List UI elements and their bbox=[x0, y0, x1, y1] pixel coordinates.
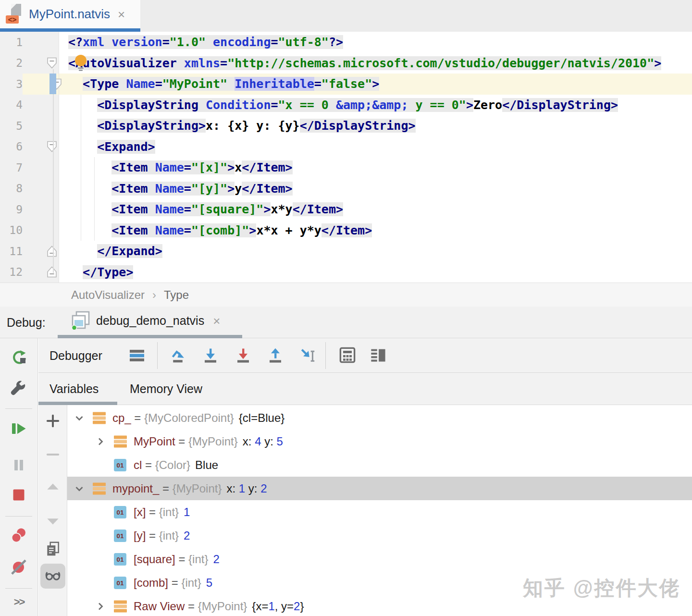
line-number[interactable]: 2 bbox=[0, 53, 23, 74]
fold-up-icon[interactable] bbox=[47, 266, 57, 278]
code-line[interactable]: 4 <DisplayString Condition="x == 0 &amp;… bbox=[0, 95, 692, 116]
line-number[interactable]: 10 bbox=[0, 220, 23, 241]
code-text[interactable]: <DisplayString>x: {x} y: {y}</DisplayStr… bbox=[59, 115, 692, 136]
line-number[interactable]: 5 bbox=[0, 115, 23, 136]
code-line[interactable]: 11 </Expand> bbox=[0, 241, 692, 262]
debug-session-tab[interactable]: debug_demo_natvis × bbox=[58, 307, 242, 338]
toolbar-separator bbox=[325, 342, 326, 369]
variable-row[interactable]: cp_ = {MyColoredPoint}{cl=Blue} bbox=[67, 406, 692, 430]
show-watches-toggle[interactable] bbox=[40, 564, 65, 589]
code-line[interactable]: 12 </Type> bbox=[0, 262, 692, 283]
pause-icon[interactable] bbox=[10, 456, 27, 474]
chevron-down-icon[interactable] bbox=[71, 482, 92, 495]
settings-wrench-icon[interactable] bbox=[10, 380, 27, 397]
line-number[interactable]: 7 bbox=[0, 157, 23, 178]
move-up-icon[interactable] bbox=[45, 479, 61, 495]
fold-down-icon[interactable] bbox=[47, 141, 57, 153]
code-text[interactable]: <Item Name="[comb]">x*x + y*y</Item> bbox=[59, 220, 692, 241]
line-number[interactable]: 4 bbox=[0, 95, 23, 116]
variable-row[interactable]: 01cl = {Color}Blue bbox=[67, 453, 692, 477]
variable-name: [y] bbox=[134, 529, 146, 542]
breadcrumb-item-autovisualizer[interactable]: AutoVisualizer bbox=[71, 288, 145, 302]
code-text[interactable]: <AutoVisualizer xmlns="http://schemas.mi… bbox=[59, 53, 692, 74]
variable-row[interactable]: MyPoint = {MyPoint}x: 4 y: 5 bbox=[67, 430, 692, 453]
variable-type: {MyPoint} bbox=[188, 435, 238, 448]
more-actions-icon[interactable]: >> bbox=[0, 596, 38, 608]
variable-value: x: bbox=[226, 482, 238, 495]
resume-icon[interactable] bbox=[10, 420, 27, 437]
stop-icon[interactable] bbox=[10, 486, 27, 504]
code-text[interactable]: </Type> bbox=[59, 262, 692, 283]
duplicate-watch-icon[interactable] bbox=[45, 541, 61, 557]
code-line[interactable]: 3 <Type Name="MyPoint" Inheritable="fals… bbox=[0, 74, 692, 95]
variable-row[interactable]: mypoint_ = {MyPoint}x: 1 y: 2 bbox=[67, 477, 692, 500]
equals-sign: = bbox=[168, 576, 181, 590]
variable-value: 1 bbox=[268, 600, 274, 613]
close-icon[interactable]: × bbox=[118, 8, 125, 21]
code-text[interactable]: <Type Name="MyPoint" Inheritable="false"… bbox=[59, 74, 692, 95]
code-line[interactable]: 5 <DisplayString>x: {x} y: {y}</DisplayS… bbox=[0, 115, 692, 136]
rerun-icon[interactable] bbox=[10, 349, 27, 366]
line-number[interactable]: 8 bbox=[0, 178, 23, 199]
tab-variables[interactable]: Variables bbox=[49, 373, 99, 405]
step-into-icon[interactable] bbox=[202, 346, 219, 364]
code-line[interactable]: 9 <Item Name="[square]">x*y</Item> bbox=[0, 199, 692, 220]
run-to-cursor-icon[interactable] bbox=[299, 346, 317, 364]
fold-down-icon[interactable] bbox=[47, 57, 57, 69]
line-number[interactable]: 1 bbox=[0, 32, 23, 53]
line-number[interactable]: 12 bbox=[0, 262, 23, 283]
natvis-file-icon: <> bbox=[5, 2, 23, 26]
primitive-value-icon: 01 bbox=[113, 553, 128, 566]
code-line[interactable]: 2<AutoVisualizer xmlns="http://schemas.m… bbox=[0, 53, 692, 74]
add-watch-icon[interactable] bbox=[45, 413, 61, 429]
code-text[interactable]: <Expand> bbox=[59, 136, 692, 158]
gutter-fold-area[interactable] bbox=[23, 32, 59, 53]
step-over-icon[interactable] bbox=[171, 346, 188, 364]
chevron-right-icon[interactable] bbox=[92, 600, 113, 613]
code-text[interactable]: <Item Name="[x]">x</Item> bbox=[59, 157, 692, 178]
equals-sign: = bbox=[175, 435, 188, 448]
fold-up-icon[interactable] bbox=[47, 245, 57, 257]
line-number[interactable]: 9 bbox=[0, 199, 23, 220]
tab-memory-view[interactable]: Memory View bbox=[130, 373, 202, 405]
mute-breakpoints-icon[interactable] bbox=[10, 558, 27, 576]
move-down-icon[interactable] bbox=[45, 513, 61, 529]
code-editor[interactable]: 1<?xml version="1.0" encoding="utf-8"?>2… bbox=[0, 32, 692, 283]
code-text[interactable]: <Item Name="[y]">y</Item> bbox=[59, 178, 692, 199]
line-number[interactable]: 6 bbox=[0, 136, 23, 158]
step-out-icon[interactable] bbox=[267, 346, 284, 364]
code-text[interactable]: <?xml version="1.0" encoding="utf-8"?> bbox=[59, 32, 692, 53]
force-step-into-icon[interactable] bbox=[235, 346, 252, 364]
struct-value-icon bbox=[92, 411, 107, 425]
variable-row[interactable]: 01[y] = {int}2 bbox=[67, 524, 692, 547]
variable-row[interactable]: 01[x] = {int}1 bbox=[67, 500, 692, 524]
intention-bulb-icon[interactable] bbox=[73, 54, 89, 74]
remove-watch-icon[interactable] bbox=[45, 446, 61, 463]
layout-settings-icon[interactable] bbox=[370, 346, 387, 364]
svg-text:01: 01 bbox=[116, 509, 124, 516]
code-line[interactable]: 8 <Item Name="[y]">y</Item> bbox=[0, 178, 692, 199]
line-number[interactable]: 11 bbox=[0, 241, 23, 262]
primitive-value-icon: 01 bbox=[113, 529, 128, 542]
code-line[interactable]: 10 <Item Name="[comb]">x*x + y*y</Item> bbox=[0, 220, 692, 241]
view-breakpoints-icon[interactable] bbox=[10, 527, 27, 544]
variable-row[interactable]: 01[square] = {int}2 bbox=[67, 547, 692, 571]
chevron-right-icon[interactable] bbox=[92, 435, 113, 448]
code-line[interactable]: 7 <Item Name="[x]">x</Item> bbox=[0, 157, 692, 178]
debug-toolwindow-header: Debug: debug_demo_natvis × bbox=[0, 307, 692, 338]
evaluate-expression-icon[interactable] bbox=[339, 346, 356, 364]
editor-tab[interactable]: <> MyPoint.natvis × bbox=[0, 0, 140, 32]
code-text[interactable]: </Expand> bbox=[59, 241, 692, 262]
show-execution-point-icon[interactable] bbox=[128, 346, 146, 364]
breadcrumb-separator: › bbox=[152, 288, 156, 302]
chevron-down-icon[interactable] bbox=[71, 412, 92, 424]
code-text[interactable]: <DisplayString Condition="x == 0 &amp;&a… bbox=[59, 95, 692, 116]
line-number[interactable]: 3 bbox=[0, 74, 23, 95]
breadcrumb-item-type[interactable]: Type bbox=[164, 288, 189, 302]
code-line[interactable]: 1<?xml version="1.0" encoding="utf-8"?> bbox=[0, 32, 692, 53]
code-text[interactable]: <Item Name="[square]">x*y</Item> bbox=[59, 199, 692, 220]
code-line[interactable]: 6 <Expand> bbox=[0, 136, 692, 158]
variable-value: 2 bbox=[294, 600, 300, 613]
close-icon[interactable]: × bbox=[213, 315, 220, 327]
indent-guide bbox=[94, 157, 95, 241]
